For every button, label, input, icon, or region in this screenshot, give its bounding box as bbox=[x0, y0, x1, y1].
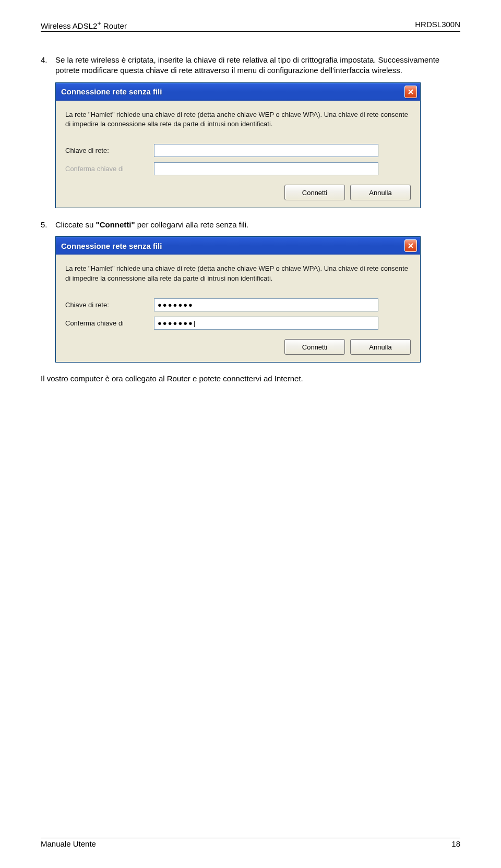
dialog-2-key-row: Chiave di rete: bbox=[65, 298, 411, 311]
dialog-2-confirm-label: Conferma chiave di bbox=[65, 319, 154, 327]
header-right: HRDSL300N bbox=[415, 20, 460, 30]
dialog-2-wrap: Connessione rete senza fili La rete "Ham… bbox=[55, 236, 460, 363]
dialog-1: Connessione rete senza fili La rete "Ham… bbox=[55, 82, 421, 209]
dialog-1-key-label: Chiave di rete: bbox=[65, 147, 154, 154]
dialog-2-body: La rete "Hamlet" richiede una chiave di … bbox=[56, 255, 420, 362]
header-left: Wireless ADSL2+ Router bbox=[41, 20, 127, 30]
footer-page-number: 18 bbox=[451, 839, 460, 848]
step-5-suffix: per collegarvi alla rete senza fili. bbox=[135, 220, 249, 229]
close-icon[interactable] bbox=[404, 239, 417, 252]
final-paragraph: Il vostro computer è ora collegato al Ro… bbox=[41, 374, 460, 383]
page-header: Wireless ADSL2+ Router HRDSL300N bbox=[41, 20, 460, 32]
cancel-button[interactable]: Annulla bbox=[350, 185, 411, 200]
dialog-1-confirm-row: Conferma chiave di bbox=[65, 162, 411, 175]
page-footer: Manuale Utente 18 bbox=[41, 838, 460, 848]
connect-button[interactable]: Connetti bbox=[284, 185, 345, 200]
dialog-1-wrap: Connessione rete senza fili La rete "Ham… bbox=[55, 82, 460, 209]
header-sup: + bbox=[97, 20, 101, 27]
page: Wireless ADSL2+ Router HRDSL300N 4. Se l… bbox=[0, 0, 501, 383]
dialog-1-title: Connessione rete senza fili bbox=[61, 87, 162, 96]
dialog-2-titlebar: Connessione rete senza fili bbox=[56, 237, 420, 255]
dialog-1-buttons: Connetti Annulla bbox=[65, 185, 411, 200]
dialog-2-desc: La rete "Hamlet" richiede una chiave di … bbox=[65, 264, 411, 284]
dialog-2-confirm-row: Conferma chiave di bbox=[65, 317, 411, 330]
step-5-text: Cliccate su "Connetti" per collegarvi al… bbox=[55, 220, 460, 230]
dialog-1-confirm-label: Conferma chiave di bbox=[65, 165, 154, 173]
step-4-text: Se la rete wireless è criptata, inserite… bbox=[55, 55, 460, 76]
dialog-2-title: Connessione rete senza fili bbox=[61, 242, 162, 250]
confirm-key-input[interactable] bbox=[154, 162, 378, 175]
step-4: 4. Se la rete wireless è criptata, inser… bbox=[41, 55, 460, 76]
dialog-2: Connessione rete senza fili La rete "Ham… bbox=[55, 236, 421, 363]
step-5-prefix: Cliccate su bbox=[55, 220, 96, 229]
network-key-input[interactable] bbox=[154, 144, 378, 157]
dialog-2-buttons: Connetti Annulla bbox=[65, 339, 411, 355]
dialog-1-desc: La rete "Hamlet" richiede una chiave di … bbox=[65, 110, 411, 130]
step-4-num: 4. bbox=[41, 55, 55, 76]
step-5-num: 5. bbox=[41, 220, 55, 230]
content: 4. Se la rete wireless è criptata, inser… bbox=[41, 55, 460, 383]
footer-left: Manuale Utente bbox=[41, 839, 96, 848]
dialog-2-key-label: Chiave di rete: bbox=[65, 301, 154, 309]
step-5-bold: "Connetti" bbox=[96, 220, 135, 229]
step-5: 5. Cliccate su "Connetti" per collegarvi… bbox=[41, 220, 460, 230]
close-icon[interactable] bbox=[404, 86, 417, 98]
dialog-1-key-row: Chiave di rete: bbox=[65, 144, 411, 157]
confirm-key-input[interactable] bbox=[154, 317, 378, 330]
cancel-button[interactable]: Annulla bbox=[350, 339, 411, 355]
header-left-suffix: Router bbox=[101, 21, 127, 30]
dialog-1-body: La rete "Hamlet" richiede una chiave di … bbox=[56, 101, 420, 208]
header-left-prefix: Wireless ADSL2 bbox=[41, 21, 97, 30]
dialog-1-titlebar: Connessione rete senza fili bbox=[56, 83, 420, 101]
network-key-input[interactable] bbox=[154, 298, 378, 311]
connect-button[interactable]: Connetti bbox=[284, 339, 345, 355]
